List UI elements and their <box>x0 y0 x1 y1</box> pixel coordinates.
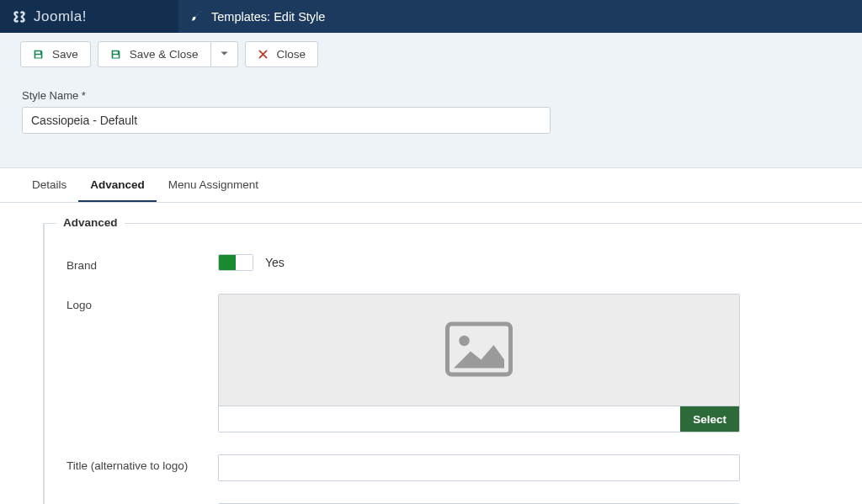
label-title: Title (alternative to logo) <box>67 454 218 472</box>
save-icon <box>110 49 121 60</box>
brand-text: Joomla! <box>34 8 87 25</box>
logo-media-selector: Select <box>218 294 740 432</box>
left-spacer <box>20 223 44 504</box>
save-close-button-label: Save & Close <box>130 48 199 61</box>
brush-icon <box>190 10 203 23</box>
fieldset-advanced: Advanced Brand Yes Logo <box>44 223 862 504</box>
tab-advanced[interactable]: Advanced <box>78 168 157 202</box>
logo-select-button[interactable]: Select <box>680 406 739 432</box>
brand-toggle-state: Yes <box>265 256 285 269</box>
fieldset-legend: Advanced <box>56 216 125 229</box>
page-title: Templates: Edit Style <box>211 10 325 24</box>
logo-path-input[interactable] <box>219 406 680 432</box>
toggle-off-indicator <box>236 255 253 270</box>
top-bar: Joomla! Templates: Edit Style <box>0 0 862 33</box>
save-icon <box>33 49 44 60</box>
page-title-area: Templates: Edit Style <box>178 0 325 33</box>
toolbar-region: Save Save & Close Close Style Name * <box>0 33 862 168</box>
brand-toggle[interactable] <box>218 254 253 271</box>
logo-input-row: Select <box>219 406 739 432</box>
style-name-label: Style Name * <box>22 89 842 102</box>
tab-menu-assignment[interactable]: Menu Assignment <box>157 168 270 202</box>
save-dropdown-toggle[interactable] <box>211 41 238 67</box>
page-body: Advanced Brand Yes Logo <box>0 203 862 504</box>
close-button-label: Close <box>277 48 306 61</box>
save-button[interactable]: Save <box>20 41 91 67</box>
title-input[interactable] <box>218 454 740 481</box>
chevron-down-icon <box>220 48 229 61</box>
joomla-logo-icon <box>12 9 27 24</box>
row-title: Title (alternative to logo) <box>67 454 862 481</box>
save-button-label: Save <box>52 48 78 61</box>
label-logo: Logo <box>67 294 218 311</box>
style-name-input[interactable] <box>22 107 551 134</box>
row-logo: Logo Select <box>67 294 862 432</box>
brand-toggle-wrap: Yes <box>218 254 740 271</box>
tab-details[interactable]: Details <box>20 168 78 202</box>
save-close-group: Save & Close <box>98 41 238 67</box>
tabs: Details Advanced Menu Assignment <box>0 168 862 203</box>
save-close-button[interactable]: Save & Close <box>98 41 211 67</box>
brand-area[interactable]: Joomla! <box>0 0 178 33</box>
toggle-on-indicator <box>219 255 236 270</box>
toolbar-buttons: Save Save & Close Close <box>20 41 842 67</box>
row-brand: Brand Yes <box>67 254 862 272</box>
close-icon <box>258 49 269 60</box>
svg-point-1 <box>459 335 470 346</box>
close-button[interactable]: Close <box>245 41 319 67</box>
logo-preview[interactable] <box>219 294 739 406</box>
label-brand: Brand <box>67 254 218 272</box>
image-placeholder-icon <box>445 321 513 379</box>
style-name-block: Style Name * <box>20 89 842 134</box>
